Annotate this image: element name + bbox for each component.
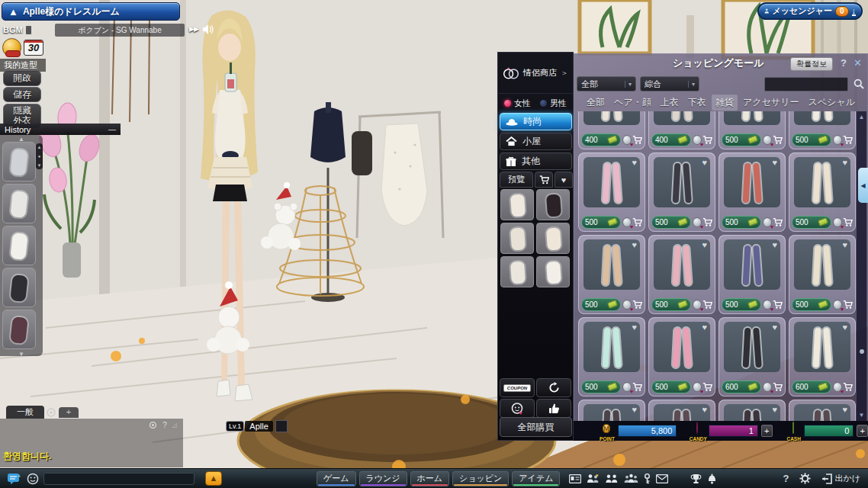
- taskbar-tab[interactable]: ホーム: [410, 471, 450, 486]
- coin-heart-icon[interactable]: [833, 217, 842, 227]
- shop-close-button[interactable]: ✕: [854, 57, 862, 69]
- preview-wishlist-button[interactable]: ♥: [555, 172, 573, 188]
- refresh-button[interactable]: [536, 378, 571, 397]
- shop-item-card[interactable]: ♥ 500: [648, 152, 715, 232]
- candy-charge-button[interactable]: +: [761, 425, 773, 437]
- add-to-cart-icon[interactable]: [843, 382, 853, 392]
- coin-heart-icon[interactable]: [693, 135, 702, 145]
- wishlist-heart-icon[interactable]: ♥: [632, 158, 637, 167]
- menu-other-button[interactable]: 其他: [500, 152, 572, 170]
- like-button[interactable]: [536, 399, 571, 418]
- add-to-cart-icon[interactable]: [843, 217, 853, 227]
- messenger-button[interactable]: メッセンジャー 0 ↓: [757, 2, 863, 20]
- history-scroll-down-icon[interactable]: ▼: [14, 351, 29, 358]
- add-to-cart-icon[interactable]: [773, 300, 783, 310]
- shop-help-button[interactable]: ?: [841, 57, 847, 69]
- coin-heart-icon[interactable]: [622, 217, 632, 227]
- shop-item-card[interactable]: ♥ 500: [719, 111, 786, 149]
- wishlist-heart-icon[interactable]: ♥: [772, 240, 777, 249]
- bgm-next-button[interactable]: ▶▶: [189, 25, 198, 33]
- add-to-cart-icon[interactable]: [632, 217, 642, 227]
- shop-item-card[interactable]: ♥ 600: [789, 317, 856, 396]
- wishlist-heart-icon[interactable]: ♥: [772, 323, 777, 332]
- history-item-thumb[interactable]: [2, 310, 36, 349]
- shop-item-card[interactable]: ♥: [719, 400, 786, 421]
- preview-item-thumb[interactable]: [536, 223, 570, 254]
- exit-button[interactable]: 出かけ: [821, 473, 860, 484]
- game-logo-button[interactable]: ▲: [205, 471, 222, 486]
- add-to-cart-icon[interactable]: [702, 300, 712, 310]
- chat-add-tab-button[interactable]: +: [59, 407, 79, 418]
- male-label[interactable]: 男性: [550, 98, 567, 109]
- taskbar-tab[interactable]: ゲーム: [317, 471, 356, 486]
- wishlist-heart-icon[interactable]: ♥: [842, 240, 847, 249]
- preview-item-thumb[interactable]: [536, 189, 570, 220]
- menu-fashion-button[interactable]: 時尚: [500, 113, 572, 130]
- chat-tab-general[interactable]: 一般: [6, 406, 44, 419]
- scroll-thumb[interactable]: [860, 349, 864, 354]
- history-item-thumb[interactable]: [2, 184, 36, 223]
- history-collapse-button[interactable]: —: [108, 125, 116, 133]
- male-radio[interactable]: [540, 100, 547, 107]
- probability-info-button[interactable]: 확률정보: [790, 57, 833, 71]
- bgm-volume-icon[interactable]: [203, 24, 214, 34]
- family-icon[interactable]: [605, 474, 619, 483]
- shop-scrollbar[interactable]: ▲ ▼: [857, 111, 866, 421]
- shop-item-card[interactable]: ♥ 500: [648, 235, 715, 314]
- wishlist-heart-icon[interactable]: ♥: [632, 323, 637, 332]
- settings-gear-icon[interactable]: [799, 473, 811, 484]
- bell-icon[interactable]: [707, 474, 717, 484]
- cash-charge-button[interactable]: +: [857, 425, 868, 437]
- shop-item-card[interactable]: ♥ 500: [578, 235, 645, 314]
- shop-item-card[interactable]: ♥ 500: [789, 152, 856, 232]
- coin-heart-icon[interactable]: [622, 135, 632, 145]
- key-icon[interactable]: [644, 474, 651, 484]
- wishlist-heart-icon[interactable]: ♥: [842, 158, 847, 167]
- panel-collapse-handle[interactable]: ◀: [858, 168, 868, 203]
- shop-item-card[interactable]: ♥ 400: [578, 111, 645, 149]
- menu-house-button[interactable]: 小屋: [500, 133, 572, 150]
- scroll-up-icon[interactable]: ▲: [37, 145, 42, 149]
- coin-heart-icon[interactable]: [763, 300, 772, 310]
- history-item-thumb[interactable]: [2, 142, 36, 181]
- shop-item-card[interactable]: ♥ 500: [578, 152, 645, 232]
- scroll-down-icon[interactable]: ▼: [37, 163, 42, 168]
- coin-heart-icon[interactable]: [763, 382, 772, 392]
- friends-icon[interactable]: ★: [587, 474, 600, 483]
- shop-item-card[interactable]: ♥: [578, 400, 645, 421]
- add-to-cart-icon[interactable]: [773, 135, 783, 145]
- emote-smiley-icon[interactable]: [27, 473, 39, 485]
- chat-settings-icon[interactable]: [46, 407, 56, 418]
- taskbar-chat-input[interactable]: [43, 473, 194, 485]
- shop-search-input[interactable]: [764, 77, 848, 92]
- scroll-down-icon[interactable]: ▼: [859, 412, 865, 419]
- buy-all-button[interactable]: 全部購買: [500, 417, 572, 437]
- add-to-cart-icon[interactable]: [632, 300, 642, 310]
- jukebox-icon[interactable]: [25, 25, 32, 35]
- wishlist-heart-icon[interactable]: ♥: [842, 405, 847, 414]
- shop-tab[interactable]: ヘア・顔: [610, 95, 655, 111]
- wishlist-heart-icon[interactable]: ♥: [772, 158, 777, 167]
- messenger-minimize-icon[interactable]: ↓: [852, 7, 857, 16]
- taskbar-help-button[interactable]: ?: [783, 473, 789, 484]
- coin-heart-icon[interactable]: [693, 382, 702, 392]
- gm-face-button[interactable]: ♥: [500, 399, 535, 418]
- coin-heart-icon[interactable]: [693, 300, 702, 310]
- preview-tab[interactable]: 預覽: [500, 172, 533, 188]
- preview-item-thumb[interactable]: [500, 189, 534, 220]
- id-card-icon[interactable]: [569, 474, 581, 483]
- add-to-cart-icon[interactable]: [702, 382, 712, 392]
- shop-item-card[interactable]: ♥ 500: [648, 317, 715, 396]
- coupon-button[interactable]: COUPON: [500, 378, 535, 397]
- day-counter-badge[interactable]: 30: [24, 40, 43, 56]
- add-to-cart-icon[interactable]: [843, 135, 853, 145]
- sort-dropdown[interactable]: 綜合 ▾: [640, 76, 699, 92]
- preview-cart-button[interactable]: [535, 172, 553, 188]
- coin-heart-icon[interactable]: [622, 382, 632, 392]
- history-scrollbar[interactable]: ▲ ● ▼: [36, 143, 43, 169]
- shop-item-card[interactable]: ♥: [648, 400, 715, 421]
- female-radio[interactable]: [504, 100, 511, 107]
- add-to-cart-icon[interactable]: [702, 217, 712, 227]
- coin-heart-icon[interactable]: [833, 382, 842, 392]
- category-dropdown[interactable]: 全部 ▾: [577, 76, 636, 92]
